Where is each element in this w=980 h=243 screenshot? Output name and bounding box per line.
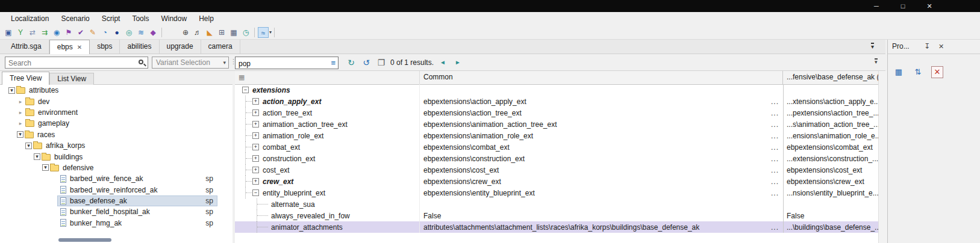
globe-tool-icon[interactable]: ◎	[123, 27, 134, 38]
water-tool-icon[interactable]: ≈	[258, 27, 269, 38]
expand-box-icon[interactable]: +	[252, 121, 259, 128]
collapse-box-icon[interactable]: −	[242, 87, 249, 93]
expand-box-icon[interactable]: +	[252, 109, 259, 116]
expand-box-icon[interactable]: +	[252, 167, 259, 173]
reload-results-icon[interactable]: ↺	[361, 57, 372, 69]
tree-item-races[interactable]: ▾races	[0, 129, 233, 140]
expand-icon[interactable]: ▸	[17, 120, 24, 126]
browse-button[interactable]: ...	[771, 189, 783, 197]
browse-button[interactable]: ...	[771, 143, 783, 152]
browse-button[interactable]: ...	[771, 166, 783, 174]
tree-item-bunker_hmg_ak[interactable]: bunker_hmg_aksp	[0, 218, 233, 229]
menu-item-scenario[interactable]: Scenario	[55, 12, 95, 25]
layout-tool-icon[interactable]: ⊞	[216, 27, 227, 38]
category-view-icon[interactable]: ▦	[893, 66, 905, 78]
filter-icon[interactable]: ≡	[331, 58, 336, 68]
property-row-animation_action_tree_ext[interactable]: +animation_action_tree_extebpextensions\…	[235, 118, 878, 130]
flag-tool-icon[interactable]: ⚑	[63, 27, 74, 38]
column-options-icon[interactable]: ▾	[875, 58, 878, 65]
browse-button[interactable]: ...	[771, 223, 783, 232]
branch-tool-icon[interactable]: Y	[15, 27, 26, 38]
tree-item-defensive[interactable]: ▾defensive	[0, 162, 233, 173]
tree-item-base_defense_ak[interactable]: base_defense_aksp	[0, 195, 233, 206]
menu-item-script[interactable]: Script	[96, 12, 126, 25]
expand-box-icon[interactable]: +	[252, 132, 259, 139]
tree-item-environment[interactable]: ▸environment	[0, 107, 233, 118]
property-filter-input[interactable]	[237, 58, 326, 69]
selection-tool-icon[interactable]: ▣	[3, 27, 14, 38]
tab-ebps[interactable]: ebps✕	[49, 40, 90, 54]
tree-item-attributes[interactable]: ▾attributes	[0, 85, 233, 96]
audio-tool-icon[interactable]: ♬	[192, 27, 203, 38]
property-row-entity_blueprint_ext[interactable]: −entity_blueprint_extebpextensions\entit…	[235, 187, 878, 198]
horizontal-scrollbar-thumb[interactable]	[58, 238, 111, 242]
clock-tool-icon[interactable]: ◷	[240, 27, 251, 38]
property-row-extensions[interactable]: −extensions	[235, 84, 878, 96]
browse-button[interactable]: ...	[771, 132, 783, 140]
minimize-button[interactable]: ─	[863, 0, 890, 12]
tab-upgrade[interactable]: upgrade	[160, 40, 201, 54]
property-row-action_apply_ext[interactable]: +action_apply_extebpextensions\action_ap…	[235, 96, 878, 107]
property-row-animation_role_ext[interactable]: +animation_role_extebpextensions\animati…	[235, 130, 878, 141]
view-tab-list-view[interactable]: List View	[49, 73, 94, 85]
tab-abilities[interactable]: abilities	[120, 40, 159, 54]
tree-item-barbed_wire_reinforced_ak[interactable]: barbed_wire_reinforced_aksp	[0, 185, 233, 195]
swap-tool-icon[interactable]: ⇄	[27, 27, 38, 38]
target-tool-icon[interactable]: ⊕	[180, 27, 191, 38]
expand-box-icon[interactable]: +	[252, 144, 259, 150]
inspect-tool-icon[interactable]: ◉	[51, 27, 62, 38]
expand-box-icon[interactable]: +	[252, 178, 259, 185]
previous-result-icon[interactable]: ◄	[438, 57, 448, 69]
merge-tool-icon[interactable]: ⇉	[39, 27, 50, 38]
menu-item-window[interactable]: Window	[155, 12, 193, 25]
property-row-animator_attachments[interactable]: animator_attachmentsattributes\attachmen…	[235, 221, 878, 233]
sort-order-icon[interactable]: ⇅	[912, 66, 924, 78]
tab-camera[interactable]: camera	[201, 40, 240, 54]
property-row-construction_ext[interactable]: +construction_extebpextensions\construct…	[235, 153, 878, 164]
property-row-cost_ext[interactable]: +cost_extebpextensions\cost_ext...ebpext…	[235, 164, 878, 176]
tree-item-bunker_field_hospital_ak[interactable]: bunker_field_hospital_aksp	[0, 206, 233, 217]
gem-tool-icon[interactable]: ◆	[148, 27, 158, 38]
menu-item-help[interactable]: Help	[193, 12, 220, 25]
collapse-icon[interactable]: ▾	[25, 143, 32, 149]
search-input[interactable]	[7, 58, 135, 69]
next-result-icon[interactable]: ►	[453, 57, 463, 69]
property-row-action_tree_ext[interactable]: +action_tree_extebpextensions\action_tre…	[235, 107, 878, 118]
expand-icon[interactable]: ▸	[17, 109, 24, 115]
grid-tool-icon[interactable]: ▦	[228, 27, 239, 38]
menu-item-tools[interactable]: Tools	[126, 12, 155, 25]
check-tool-icon[interactable]: ✔	[75, 27, 86, 38]
collapse-icon[interactable]: ▾	[34, 153, 40, 160]
tab-attrib-sga[interactable]: Attrib.sga	[4, 40, 49, 54]
refresh-filter-icon[interactable]: ↻	[346, 57, 357, 69]
browse-button[interactable]: ...	[771, 120, 783, 129]
tab-sbps[interactable]: sbps	[90, 40, 120, 54]
tree-item-barbed_wire_fence_ak[interactable]: barbed_wire_fence_aksp	[0, 173, 233, 184]
selected-object-column-header[interactable]: ...fensive\base_defense_ak (de	[783, 71, 878, 84]
tab-list-icon[interactable]: ▾	[871, 43, 874, 50]
browse-button[interactable]: ...	[771, 155, 783, 163]
maximize-button[interactable]: □	[889, 0, 917, 12]
common-column-header[interactable]: Common	[420, 71, 783, 84]
timer-tool-icon[interactable]: ◔	[99, 27, 110, 38]
browse-button[interactable]: ...	[771, 109, 783, 117]
expand-box-icon[interactable]: +	[252, 155, 259, 162]
tree-item-afrika_korps[interactable]: ▾afrika_korps	[0, 140, 233, 151]
droplet-tool-icon[interactable]: ●	[111, 27, 122, 38]
pin-icon[interactable]: ↧	[924, 40, 930, 54]
browse-button[interactable]: ...	[771, 97, 783, 106]
tab-close-icon[interactable]: ✕	[77, 40, 82, 54]
property-row-alternate_sua[interactable]: alternate_sua	[235, 198, 878, 210]
edit-tool-icon[interactable]: ✎	[87, 27, 98, 38]
name-column-header[interactable]: ▦	[235, 71, 420, 84]
close-button[interactable]: ✕	[916, 0, 943, 12]
duplicate-view-icon[interactable]: ❐	[376, 57, 387, 69]
collapse-icon[interactable]: ▾	[42, 164, 49, 171]
tree-item-dev[interactable]: ▸dev	[0, 96, 233, 106]
vertical-scrollbar[interactable]	[878, 71, 887, 243]
property-row-combat_ext[interactable]: +combat_extebpextensions\combat_ext...eb…	[235, 141, 878, 153]
close-icon[interactable]: ✕	[938, 40, 944, 54]
property-row-crew_ext[interactable]: +crew_extebpextensions\crew_ext...ebpext…	[235, 176, 878, 187]
collapse-icon[interactable]: ▾	[17, 131, 23, 138]
tree-item-buildings[interactable]: ▾buildings	[0, 151, 233, 162]
